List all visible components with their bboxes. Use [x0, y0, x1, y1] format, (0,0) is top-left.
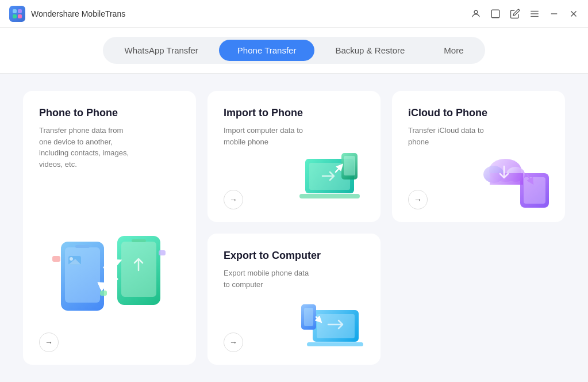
card-export-title: Export to Computer: [224, 250, 364, 262]
card-icloud-to-phone[interactable]: iCloud to Phone Transfer iCloud data to …: [392, 91, 565, 222]
svg-point-22: [70, 257, 73, 261]
close-icon[interactable]: [568, 9, 579, 19]
card-phone-to-phone-title: Phone to Phone: [39, 107, 180, 119]
card-import-title: Import to Phone: [224, 107, 364, 119]
svg-rect-29: [524, 177, 545, 204]
window-icon[interactable]: [490, 9, 501, 19]
card-icloud-arrow[interactable]: →: [408, 190, 428, 209]
svg-point-4: [474, 10, 478, 14]
menu-icon[interactable]: [529, 9, 540, 19]
profile-icon[interactable]: [471, 9, 481, 19]
titlebar: Wondershare MobileTrans: [0, 0, 588, 28]
svg-rect-27: [344, 156, 355, 175]
tab-more[interactable]: More: [425, 40, 482, 61]
svg-rect-0: [13, 9, 17, 13]
svg-rect-25: [299, 194, 360, 198]
tab-backup[interactable]: Backup & Restore: [317, 40, 423, 61]
card-phone-to-phone-desc: Transfer phone data from one device to a…: [39, 125, 131, 170]
app-title: Wondershare MobileTrans: [31, 9, 125, 18]
minimize-icon[interactable]: [549, 9, 559, 19]
card-import-to-phone[interactable]: Import to Phone Import computer data to …: [207, 91, 381, 222]
svg-rect-2: [13, 14, 17, 18]
card-phone-to-phone-arrow[interactable]: →: [39, 333, 59, 352]
card-export-to-computer[interactable]: Export to Computer Export mobile phone d…: [207, 234, 381, 365]
phone-to-phone-illustration: [49, 224, 170, 327]
tab-whatsapp[interactable]: WhatsApp Transfer: [106, 40, 216, 61]
export-illustration: [297, 293, 371, 356]
main-content: Phone to Phone Transfer phone data from …: [0, 74, 588, 382]
titlebar-controls: [471, 9, 579, 19]
nav-tabs: WhatsApp Transfer Phone Transfer Backup …: [103, 37, 485, 64]
card-import-desc: Import computer data to mobile phone: [224, 125, 316, 147]
svg-rect-38: [304, 308, 313, 326]
edit-icon[interactable]: [510, 9, 520, 19]
svg-rect-20: [100, 291, 107, 296]
svg-rect-5: [491, 10, 499, 18]
svg-rect-13: [65, 247, 100, 303]
titlebar-left: Wondershare MobileTrans: [9, 6, 125, 22]
icloud-illustration: [481, 150, 556, 213]
svg-rect-1: [18, 9, 22, 13]
svg-rect-17: [132, 239, 146, 242]
svg-rect-14: [75, 245, 90, 248]
svg-rect-19: [159, 250, 166, 255]
app-icon: [9, 6, 25, 22]
svg-rect-18: [52, 256, 60, 262]
import-illustration: [297, 150, 371, 213]
svg-rect-36: [307, 342, 363, 346]
card-export-arrow[interactable]: →: [224, 333, 243, 352]
nav-area: WhatsApp Transfer Phone Transfer Backup …: [0, 28, 588, 74]
card-icloud-desc: Transfer iCloud data to phone: [408, 125, 500, 147]
card-phone-to-phone[interactable]: Phone to Phone Transfer phone data from …: [23, 91, 196, 365]
svg-rect-35: [317, 314, 355, 338]
svg-rect-3: [18, 14, 22, 18]
card-export-desc: Export mobile phone data to computer: [224, 268, 316, 290]
card-icloud-title: iCloud to Phone: [408, 107, 549, 119]
card-import-arrow[interactable]: →: [224, 190, 243, 209]
tab-phone[interactable]: Phone Transfer: [219, 40, 315, 61]
